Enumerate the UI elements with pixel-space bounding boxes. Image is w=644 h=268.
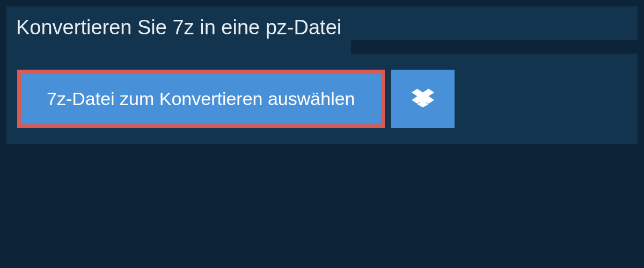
select-file-button[interactable]: 7z-Datei zum Konvertieren auswählen [17,70,385,128]
select-file-label: 7z-Datei zum Konvertieren auswählen [47,88,355,109]
converter-panel: Konvertieren Sie 7z in eine pz-Datei 7z-… [6,6,638,144]
dropbox-icon [412,87,434,111]
page-title: Konvertieren Sie 7z in eine pz-Datei [6,6,351,49]
title-row: Konvertieren Sie 7z in eine pz-Datei [6,6,638,54]
button-row: 7z-Datei zum Konvertieren auswählen [6,54,500,128]
dropbox-button[interactable] [391,70,455,128]
title-notch [351,40,638,54]
